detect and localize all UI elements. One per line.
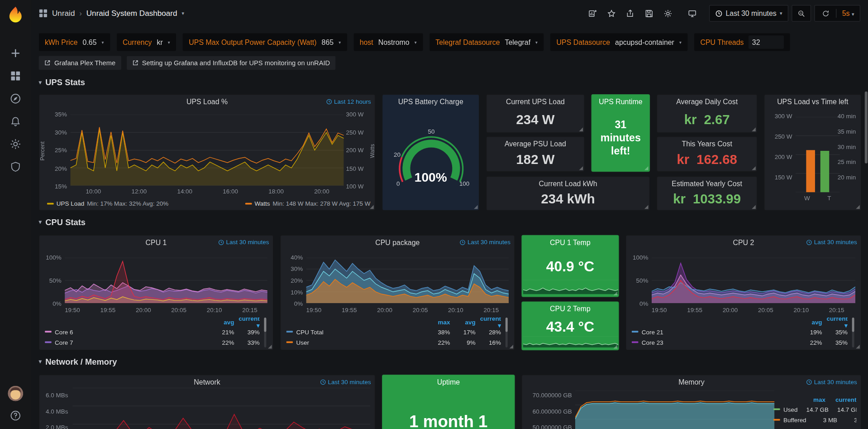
- panel-resize-handle[interactable]: [579, 166, 583, 170]
- legend-sort-header[interactable]: avg: [450, 318, 476, 325]
- variable-telegraf-datasource[interactable]: Telegraf DatasourceTelegraf▾: [429, 33, 544, 51]
- admin-shield-icon[interactable]: [10, 161, 21, 172]
- panel-resize-handle[interactable]: [268, 345, 272, 349]
- panel-title[interactable]: Current UPS Load: [486, 95, 584, 109]
- legend-sort-header[interactable]: current ▾: [822, 318, 848, 329]
- page-scrollbar[interactable]: [865, 92, 868, 164]
- legend-scrollbar[interactable]: [506, 318, 508, 347]
- time-picker-button[interactable]: Last 30 minutes ▾: [709, 5, 788, 22]
- panel-resize-handle[interactable]: [613, 291, 617, 295]
- legend-sort-header[interactable]: current: [825, 396, 857, 403]
- panel-timerange[interactable]: Last 30 minutes: [460, 239, 510, 246]
- panel-title[interactable]: CPU 1 Temp: [522, 236, 619, 250]
- legend-scrollbar[interactable]: [852, 318, 854, 347]
- legend-row[interactable]: Core 2322%35%: [632, 337, 848, 347]
- legend-item[interactable]: UPS LoadMin: 17% Max: 32% Avg: 20%: [47, 200, 168, 207]
- explore-compass-icon[interactable]: [10, 93, 21, 104]
- panel-resize-handle[interactable]: [644, 166, 649, 170]
- ups-load-chart[interactable]: [70, 115, 343, 186]
- section-ups-stats[interactable]: ▾UPS Stats: [39, 77, 85, 87]
- refresh-button[interactable]: [820, 8, 830, 18]
- tv-mode-button[interactable]: [685, 5, 700, 21]
- panel-timerange[interactable]: Last 30 minutes: [218, 239, 269, 246]
- panel-title[interactable]: Current Load kWh: [486, 177, 649, 191]
- panel-timerange[interactable]: Last 30 minutes: [320, 379, 371, 386]
- breadcrumb-dashboard-title[interactable]: Unraid System Dashboard: [86, 9, 177, 18]
- share-button[interactable]: [623, 5, 638, 21]
- legend-row[interactable]: Core 722%33%: [45, 337, 260, 347]
- grafana-logo-icon[interactable]: [7, 5, 24, 23]
- panel-resize-handle[interactable]: [509, 345, 513, 349]
- legend-sort-header[interactable]: max: [794, 396, 825, 403]
- memory-chart[interactable]: [575, 390, 774, 429]
- legend-scrollbar-thumb[interactable]: [506, 318, 508, 332]
- panel-resize-handle[interactable]: [474, 205, 478, 209]
- legend-row[interactable]: Core 621%39%: [45, 327, 260, 337]
- legend-sort-header[interactable]: avg: [796, 318, 822, 325]
- cpu1-chart[interactable]: [65, 258, 267, 303]
- dashboard-dropdown-caret-icon[interactable]: ▾: [181, 10, 184, 16]
- user-avatar[interactable]: [8, 386, 23, 401]
- cpu2-chart[interactable]: [652, 258, 855, 303]
- panel-title[interactable]: Estimated Yearly Cost: [657, 177, 757, 191]
- panel-timerange[interactable]: Last 12 hours: [326, 98, 371, 105]
- panel-resize-handle[interactable]: [613, 345, 617, 349]
- legend-row[interactable]: Used14.7 GB14.7 GB: [773, 404, 856, 415]
- configuration-gear-icon[interactable]: [10, 139, 21, 149]
- add-panel-button[interactable]: [585, 5, 601, 21]
- section-cpu-stats[interactable]: ▾CPU Stats: [39, 217, 86, 227]
- panel-title[interactable]: UPS Runtime: [592, 95, 649, 109]
- star-button[interactable]: [604, 5, 619, 21]
- panel-resize-handle[interactable]: [752, 166, 756, 170]
- variable-kwh-price[interactable]: kWh Price0.65▾: [39, 33, 110, 51]
- panel-resize-handle[interactable]: [370, 205, 374, 209]
- zoom-out-button[interactable]: [792, 5, 811, 22]
- panel-title[interactable]: Average PSU Load: [486, 137, 584, 151]
- panel-resize-handle[interactable]: [644, 205, 649, 209]
- panel-title[interactable]: UPS Load %: [39, 95, 375, 109]
- help-icon[interactable]: [10, 410, 21, 421]
- legend-sort-header[interactable]: max: [424, 318, 450, 325]
- section-network-memory[interactable]: ▾Network / Memory: [39, 357, 117, 366]
- legend-item[interactable]: WattsMin: 148 W Max: 278 W Avg: 175 W: [245, 200, 371, 207]
- dashboard-link-plex-theme[interactable]: Grafana Plex Theme: [39, 56, 121, 70]
- save-button[interactable]: [642, 5, 657, 21]
- panel-title[interactable]: Uptime: [382, 375, 514, 390]
- legend-scrollbar-thumb[interactable]: [852, 318, 854, 332]
- variable-host[interactable]: hostNostromo▾: [353, 33, 423, 51]
- refresh-interval-button[interactable]: 5s ▾: [842, 9, 854, 17]
- create-plus-icon[interactable]: [10, 48, 21, 58]
- dashboards-grid-icon[interactable]: [10, 70, 21, 81]
- variable-currency[interactable]: Currencykr▾: [117, 33, 176, 51]
- panel-title[interactable]: CPU 2 Temp: [522, 302, 619, 317]
- legend-row[interactable]: Buffered3 MB3 MB: [773, 415, 856, 425]
- cpu-package-chart[interactable]: [306, 258, 509, 303]
- network-chart[interactable]: [72, 388, 370, 429]
- legend-scrollbar[interactable]: [264, 318, 267, 347]
- panel-title[interactable]: This Years Cost: [657, 137, 757, 151]
- panel-resize-handle[interactable]: [856, 205, 860, 209]
- cpu-threads-input[interactable]: [749, 35, 784, 48]
- breadcrumb-team[interactable]: Unraid: [52, 9, 75, 18]
- variable-ups-max-output[interactable]: UPS Max Output Power Capacity (Watt)865▾: [183, 33, 347, 51]
- variable-ups-datasource[interactable]: UPS Datasourceapcupsd-container▾: [550, 33, 687, 51]
- legend-scrollbar-thumb[interactable]: [264, 318, 267, 332]
- alerting-bell-icon[interactable]: [10, 116, 21, 127]
- dashboard-link-ups-guide[interactable]: Setting up Grafana and InfluxDB for UPS …: [127, 56, 336, 70]
- legend-sort-header[interactable]: current ▾: [234, 318, 259, 329]
- legend-row[interactable]: Core 2119%35%: [632, 327, 848, 337]
- legend-sort-header[interactable]: avg: [209, 318, 234, 325]
- panel-resize-handle[interactable]: [752, 205, 756, 209]
- panel-resize-handle[interactable]: [856, 345, 860, 349]
- panel-resize-handle[interactable]: [579, 127, 583, 131]
- panel-title[interactable]: UPS Load vs Time left: [764, 95, 861, 109]
- legend-sort-header[interactable]: current ▾: [476, 318, 501, 329]
- panel-timerange[interactable]: Last 30 minutes: [806, 239, 857, 246]
- apps-grid-icon[interactable]: [39, 9, 48, 18]
- legend-row[interactable]: CPU Total38%17%28%: [286, 327, 501, 337]
- panel-resize-handle[interactable]: [752, 127, 756, 131]
- panel-title[interactable]: Average Daily Cost: [657, 95, 757, 109]
- ups-bars-chart[interactable]: [796, 117, 840, 192]
- dashboard-settings-button[interactable]: [660, 5, 676, 21]
- legend-row[interactable]: User22%9%16%: [286, 337, 501, 347]
